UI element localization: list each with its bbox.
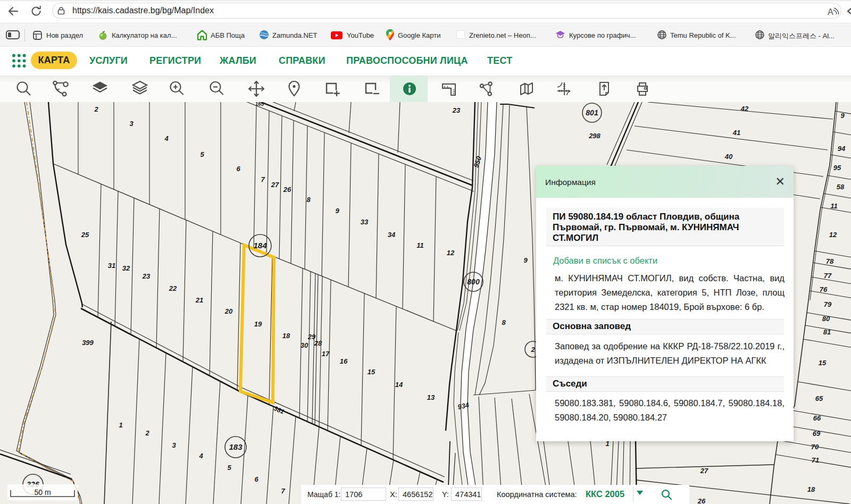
svg-text:27: 27 [271,181,279,189]
svg-text:23: 23 [142,272,151,280]
svg-text:2: 2 [94,105,98,113]
svg-text:801: 801 [586,108,598,117]
svg-text:95: 95 [833,164,841,172]
svg-text:16: 16 [340,357,348,365]
svg-text:12: 12 [829,231,837,239]
svg-text:4: 4 [164,135,169,142]
svg-text:22: 22 [169,284,177,292]
svg-text:3: 3 [172,441,176,449]
svg-text:40: 40 [724,153,733,161]
svg-text:25: 25 [81,231,89,239]
svg-text:26: 26 [283,186,291,194]
svg-text:2: 2 [530,346,535,354]
svg-text:69: 69 [813,430,821,438]
svg-text:71: 71 [812,456,819,464]
svg-text:18: 18 [807,485,815,493]
svg-text:15: 15 [368,368,376,376]
svg-text:78: 78 [826,257,834,265]
svg-text:31: 31 [108,262,115,270]
svg-text:5: 5 [200,150,204,158]
svg-text:76: 76 [820,285,828,293]
svg-text:6: 6 [236,165,240,173]
svg-text:183: 183 [229,442,243,451]
svg-text:15: 15 [819,359,827,367]
svg-text:34: 34 [388,231,396,239]
svg-text:18: 18 [282,332,290,340]
svg-text:17: 17 [322,350,330,358]
svg-text:94: 94 [838,145,846,153]
svg-text:30: 30 [301,341,308,349]
svg-text:9: 9 [840,112,845,120]
svg-text:42: 42 [740,105,749,113]
svg-text:26: 26 [697,497,706,504]
svg-text:1: 1 [119,421,122,429]
svg-text:14: 14 [395,381,403,389]
svg-text:165: 165 [255,102,264,107]
svg-text:50 m: 50 m [34,488,51,497]
svg-text:7: 7 [281,487,285,495]
svg-text:3: 3 [129,120,134,128]
svg-text:32: 32 [122,264,130,272]
svg-text:70: 70 [811,443,819,451]
svg-text:184: 184 [253,241,267,250]
svg-text:66: 66 [813,414,821,422]
svg-text:8: 8 [502,318,506,326]
svg-text:77: 77 [824,272,832,280]
svg-text:298: 298 [588,132,600,140]
svg-text:9: 9 [335,207,339,215]
svg-text:399: 399 [82,339,94,347]
svg-text:79: 79 [824,300,832,308]
svg-text:28: 28 [314,339,322,347]
svg-text:58: 58 [837,183,845,191]
svg-text:81: 81 [823,328,831,336]
svg-text:A: A [828,7,833,16]
svg-text:41: 41 [732,129,740,137]
svg-text:33: 33 [361,218,369,226]
svg-text:12: 12 [447,249,455,257]
svg-text:23: 23 [452,106,461,114]
svg-text:65: 65 [815,394,823,402]
svg-text:11: 11 [830,202,838,210]
svg-text:5: 5 [227,464,231,472]
svg-text:13: 13 [427,393,435,401]
svg-text:9: 9 [523,256,528,264]
svg-text:11: 11 [416,241,424,249]
svg-text:7: 7 [261,175,265,183]
svg-text:4: 4 [198,452,203,460]
svg-text:19: 19 [254,320,262,328]
svg-text:27: 27 [700,467,708,475]
svg-text:80: 80 [822,315,830,323]
svg-text:2: 2 [145,429,149,437]
svg-text:20: 20 [224,307,233,315]
svg-text:21: 21 [195,296,203,304]
svg-text:8: 8 [306,196,311,204]
svg-text:800: 800 [467,278,480,286]
svg-text:6: 6 [254,475,258,483]
